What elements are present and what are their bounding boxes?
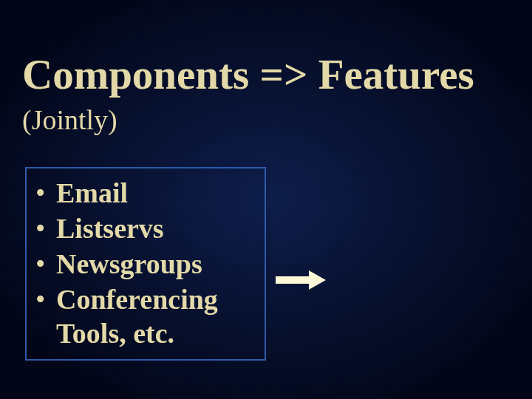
list-item-label: Newsgroups bbox=[56, 247, 202, 281]
bullet-icon: • bbox=[31, 247, 56, 281]
bullet-icon: • bbox=[31, 176, 56, 210]
svg-rect-0 bbox=[276, 276, 309, 284]
bullet-icon: • bbox=[31, 282, 56, 316]
list-box: • Email • Listservs • Newsgroups • Confe… bbox=[25, 167, 266, 361]
list-item: • Conferencing Tools, etc. bbox=[31, 282, 260, 350]
slide-subtitle: (Jointly) bbox=[22, 103, 117, 136]
list-item-label: Conferencing Tools, etc. bbox=[56, 282, 260, 350]
slide-title: Components => Features bbox=[22, 50, 474, 98]
list-item: • Listservs bbox=[31, 211, 260, 245]
list-item-label: Email bbox=[56, 176, 128, 210]
list-item-label: Listservs bbox=[56, 211, 164, 245]
list-item: • Newsgroups bbox=[31, 247, 260, 281]
arrow-right-icon bbox=[276, 269, 327, 291]
svg-marker-1 bbox=[309, 270, 326, 290]
list-item: • Email bbox=[31, 176, 260, 210]
slide: Components => Features (Jointly) • Email… bbox=[0, 0, 532, 399]
bullet-icon: • bbox=[31, 211, 56, 245]
